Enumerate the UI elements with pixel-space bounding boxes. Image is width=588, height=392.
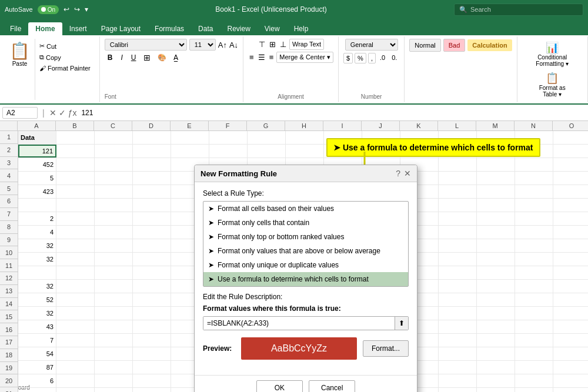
cell-a6[interactable] — [18, 199, 56, 212]
row-header-21[interactable]: 21 — [0, 387, 18, 392]
style-calculation[interactable]: Calculation — [467, 39, 512, 51]
merge-center-btn[interactable]: Merge & Center ▾ — [276, 52, 333, 63]
row-header-14[interactable]: 14 — [0, 298, 18, 311]
cell-h1[interactable] — [286, 131, 324, 144]
col-header-i[interactable]: I — [323, 121, 362, 130]
italic-button[interactable]: I — [118, 52, 125, 63]
row-header-10[interactable]: 10 — [0, 246, 18, 259]
format-painter-button[interactable]: 🖌 Format Painter — [38, 63, 92, 73]
col-header-m[interactable]: M — [476, 121, 514, 130]
percent-icon[interactable]: % — [355, 53, 366, 63]
col-header-j[interactable]: J — [362, 121, 400, 130]
tab-page-layout[interactable]: Page Layout — [94, 22, 148, 35]
number-format-select[interactable]: General — [345, 39, 398, 51]
cell-a13[interactable]: 52 — [18, 293, 56, 306]
tab-file[interactable]: File — [3, 22, 28, 35]
align-left-icon[interactable]: ≡ — [248, 52, 255, 63]
row-header-19[interactable]: 19 — [0, 362, 18, 375]
formula-input[interactable] — [79, 108, 586, 118]
insert-function-icon[interactable]: ƒx — [68, 108, 77, 118]
style-normal[interactable]: Normal — [409, 39, 440, 52]
tab-formulas[interactable]: Formulas — [148, 22, 191, 35]
align-top-icon[interactable]: ⊤ — [258, 39, 266, 50]
rule-item-5[interactable]: ➤ Use a formula to determine which cells… — [203, 272, 408, 286]
align-bottom-icon[interactable]: ⊥ — [279, 39, 288, 50]
col-header-o[interactable]: O — [553, 121, 588, 130]
align-middle-icon[interactable]: ⊞ — [268, 39, 277, 50]
formula-collapse-button[interactable]: ⬆ — [395, 317, 408, 330]
row-header-12[interactable]: 12 — [0, 272, 18, 285]
cell-reference-input[interactable] — [2, 107, 38, 119]
cell-g2[interactable] — [248, 145, 286, 158]
row-header-6[interactable]: 6 — [0, 195, 18, 208]
cell-a11[interactable] — [18, 266, 56, 279]
border-icon[interactable]: ⊞ — [141, 52, 153, 63]
increase-font-icon[interactable]: A↑ — [218, 41, 227, 49]
cell-a4[interactable]: 5 — [18, 172, 56, 185]
cell-a15[interactable]: 43 — [18, 320, 56, 333]
format-button[interactable]: Format... — [363, 340, 409, 357]
cell-b1[interactable] — [56, 131, 95, 144]
col-header-c[interactable]: C — [94, 121, 132, 130]
cell-a16[interactable]: 7 — [18, 334, 56, 347]
row-header-4[interactable]: 4 — [0, 169, 18, 182]
font-size-select[interactable]: 11 — [189, 39, 216, 51]
rule-item-0[interactable]: ➤ Format all cells based on their values — [203, 202, 408, 216]
decrease-decimal-icon[interactable]: 0. — [389, 53, 399, 63]
cell-a9[interactable]: 32 — [18, 239, 56, 252]
tab-view[interactable]: View — [258, 22, 287, 35]
tab-data[interactable]: Data — [191, 22, 220, 35]
confirm-formula-icon[interactable]: ✓ — [59, 108, 66, 118]
cell-a19[interactable]: 6 — [18, 374, 56, 387]
row-header-8[interactable]: 8 — [0, 221, 18, 234]
cell-c1[interactable] — [95, 131, 133, 144]
format-as-table-button[interactable]: 📋 Format asTable ▾ — [537, 69, 568, 100]
cell-o2[interactable] — [553, 145, 588, 158]
rule-item-1[interactable]: ➤ Format only cells that contain — [203, 216, 408, 230]
col-header-d[interactable]: D — [132, 121, 171, 130]
ok-button[interactable]: OK — [256, 380, 303, 392]
rule-item-2[interactable]: ➤ Format only top or bottom ranked value… — [203, 230, 408, 244]
col-header-k[interactable]: K — [400, 121, 438, 130]
row-header-16[interactable]: 16 — [0, 323, 18, 336]
cell-a3[interactable]: 452 — [18, 158, 56, 171]
cell-c2[interactable] — [95, 145, 133, 158]
tab-help[interactable]: Help — [287, 22, 316, 35]
comma-icon[interactable]: , — [368, 53, 376, 63]
col-header-n[interactable]: N — [514, 121, 553, 130]
tab-review[interactable]: Review — [220, 22, 257, 35]
cell-g1[interactable] — [248, 131, 286, 144]
row-header-7[interactable]: 7 — [0, 208, 18, 221]
align-center-icon[interactable]: ☰ — [257, 52, 266, 63]
cell-o1[interactable] — [553, 131, 588, 144]
cell-d1[interactable] — [133, 131, 171, 144]
row-header-18[interactable]: 18 — [0, 349, 18, 362]
tab-home[interactable]: Home — [28, 22, 62, 35]
wrap-text-btn[interactable]: Wrap Text — [289, 39, 324, 50]
cell-a2[interactable]: 121 — [18, 145, 56, 158]
cell-a10[interactable]: 32 — [18, 253, 56, 266]
align-right-icon[interactable]: ≡ — [268, 52, 275, 63]
conditional-formatting-button[interactable]: 📊 ConditionalFormatting ▾ — [533, 39, 571, 69]
col-header-l[interactable]: L — [438, 121, 476, 130]
row-header-1[interactable]: 1 — [0, 131, 18, 144]
cell-a18[interactable]: 87 — [18, 361, 56, 374]
paste-button[interactable]: 📋 Paste — [5, 39, 35, 100]
row-header-5[interactable]: 5 — [0, 182, 18, 195]
col-header-g[interactable]: G — [247, 121, 285, 130]
cancel-button[interactable]: Cancel — [309, 380, 355, 392]
bold-button[interactable]: B — [105, 52, 116, 63]
tab-insert[interactable]: Insert — [62, 22, 94, 35]
underline-button[interactable]: U — [128, 52, 139, 63]
cell-a1[interactable]: Data — [18, 131, 56, 144]
cell-e2[interactable] — [171, 145, 209, 158]
col-header-a[interactable]: A — [18, 121, 56, 130]
redo-icon[interactable]: ↪ — [74, 5, 80, 14]
cell-b2[interactable] — [56, 145, 95, 158]
dialog-close-button[interactable]: ✕ — [404, 169, 411, 178]
cell-a8[interactable]: 4 — [18, 226, 56, 239]
fill-color-icon[interactable]: 🎨 — [155, 52, 169, 63]
search-input[interactable] — [470, 6, 576, 13]
font-name-select[interactable]: Calibri — [105, 39, 187, 51]
cell-a20[interactable]: 6 — [18, 388, 56, 392]
